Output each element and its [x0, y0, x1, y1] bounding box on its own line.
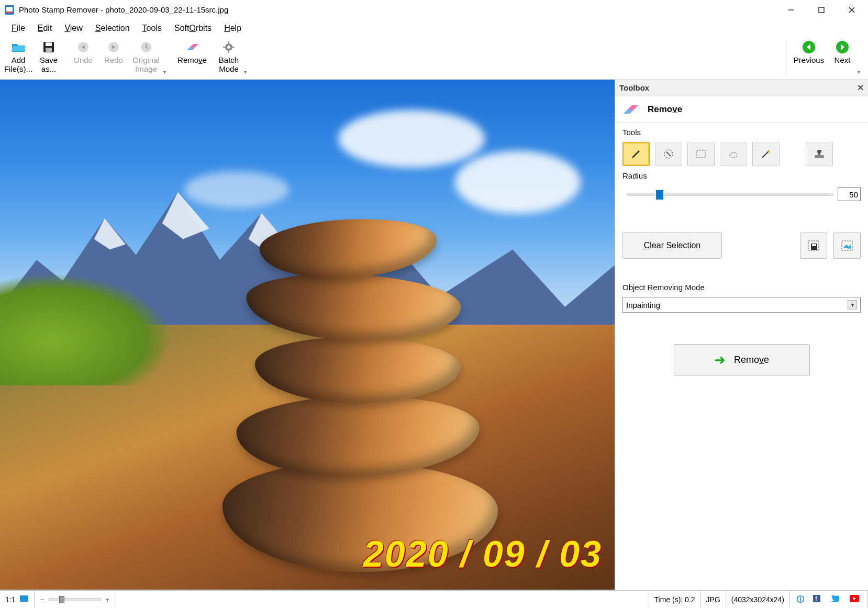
app-icon	[4, 5, 15, 15]
arrow-right-icon	[835, 40, 850, 54]
maximize-button[interactable]	[806, 0, 837, 19]
window-title: Photo Stamp Remover - photo_2020-09-03_2…	[19, 5, 776, 14]
image-canvas[interactable]: 2020 / 09 / 03	[0, 80, 615, 590]
menu-tools[interactable]: Tools	[137, 21, 167, 35]
radius-slider[interactable]	[627, 193, 833, 196]
menu-file[interactable]: File	[6, 21, 30, 35]
svg-rect-30	[20, 595, 28, 602]
toolbar-dropdown-1[interactable]: ▾	[163, 69, 171, 79]
statusbar: 1:1 − + Time (s): 0.2 JPG (4032x3024x24)…	[0, 590, 868, 608]
titlebar: Photo Stamp Remover - photo_2020-09-03_2…	[0, 0, 868, 20]
remove-label: Remove	[177, 56, 207, 64]
menu-selection[interactable]: Selection	[90, 21, 135, 35]
svg-point-14	[227, 46, 230, 49]
original-image-button[interactable]: Original Image	[129, 38, 163, 79]
svg-rect-25	[818, 153, 820, 155]
add-files-label: Add File(s)...	[3, 56, 34, 74]
svg-rect-4	[819, 7, 824, 13]
toolbox-panel: Toolbox ✕ Remove Tools Radius	[615, 80, 868, 590]
toolbox-close-icon[interactable]: ✕	[857, 83, 864, 93]
close-button[interactable]	[837, 0, 867, 19]
remove-section-header: Remove	[615, 96, 868, 123]
folder-open-icon	[11, 40, 26, 54]
toolbar: Add File(s)... Save as... Undo Redo Orig…	[0, 37, 868, 80]
undo-button[interactable]: Undo	[68, 38, 98, 79]
toolbox-title: Toolbox	[619, 83, 649, 92]
menu-softorbits[interactable]: SoftOrbits	[169, 21, 217, 35]
remove-button[interactable]: Remove	[175, 38, 209, 79]
svg-rect-17	[223, 47, 225, 48]
toolbar-dropdown-2[interactable]: ▾	[244, 69, 251, 79]
arrow-left-icon	[802, 40, 816, 54]
date-stamp-overlay: 2020 / 09 / 03	[363, 533, 602, 575]
previous-button[interactable]: Previous	[791, 38, 827, 79]
menubar: File Edit View Selection Tools SoftOrbit…	[0, 20, 868, 37]
next-button[interactable]: Next	[827, 38, 858, 79]
redo-button[interactable]: Redo	[98, 38, 129, 79]
tool-rect-select[interactable]	[687, 142, 715, 166]
next-label: Next	[834, 56, 851, 64]
batch-mode-button[interactable]: Batch Mode	[214, 38, 244, 79]
tool-magic-wand[interactable]	[752, 142, 780, 166]
radius-label: Radius	[622, 171, 861, 180]
menu-edit[interactable]: Edit	[32, 21, 58, 35]
remove-section-label: Remove	[648, 104, 682, 115]
info-icon[interactable]: ⓘ	[797, 595, 804, 604]
original-image-label: Original Image	[129, 56, 163, 74]
time-cell: Time (s): 0.2	[649, 591, 701, 608]
menu-help[interactable]: Help	[219, 21, 247, 35]
mode-label: Object Removing Mode	[622, 283, 861, 292]
load-selection-button[interactable]	[833, 233, 861, 259]
tool-clone-stamp[interactable]	[806, 142, 833, 166]
svg-rect-8	[46, 42, 52, 46]
menu-view[interactable]: View	[59, 21, 87, 35]
svg-rect-15	[228, 41, 229, 43]
dims-cell: (4032x3024x24)	[726, 591, 790, 608]
radius-input[interactable]	[838, 187, 861, 201]
tool-pencil[interactable]	[622, 142, 650, 166]
eraser-icon	[185, 40, 199, 54]
previous-label: Previous	[794, 56, 824, 64]
svg-rect-16	[228, 51, 229, 53]
facebook-icon[interactable]: f	[811, 595, 822, 604]
remove-action-label: Remove	[734, 355, 769, 366]
history-icon	[139, 40, 153, 54]
svg-text:f: f	[815, 595, 817, 602]
redo-label: Redo	[104, 56, 123, 64]
mode-dropdown[interactable]: Inpainting ▾	[622, 297, 861, 313]
twitter-icon[interactable]	[829, 595, 841, 604]
social-cell: ⓘ f	[790, 591, 868, 608]
clear-selection-button[interactable]: Clear Selection	[622, 233, 722, 259]
svg-rect-28	[812, 244, 816, 246]
tool-lasso[interactable]	[720, 142, 747, 166]
svg-rect-1	[6, 7, 13, 12]
undo-label: Undo	[74, 56, 93, 64]
remove-action-button[interactable]: ➜ Remove	[674, 344, 810, 375]
save-selection-button[interactable]	[800, 233, 827, 259]
zoom-out-button[interactable]: −	[40, 595, 44, 604]
svg-rect-2	[6, 12, 13, 13]
toolbox-header: Toolbox ✕	[615, 80, 868, 96]
svg-rect-9	[46, 48, 52, 52]
toolbar-dropdown-3[interactable]: ▾	[858, 69, 865, 79]
zoom-slider[interactable]	[49, 598, 101, 601]
save-as-label: Save as...	[34, 56, 64, 74]
arrow-right-green-icon: ➜	[714, 352, 726, 368]
save-as-button[interactable]: Save as...	[34, 38, 64, 79]
tools-label: Tools	[622, 128, 861, 137]
svg-rect-24	[815, 155, 824, 158]
save-icon	[41, 40, 56, 54]
tool-deselect-brush[interactable]	[655, 142, 682, 166]
zoom-in-button[interactable]: +	[105, 595, 109, 604]
svg-rect-18	[232, 47, 235, 48]
mode-value: Inpainting	[626, 301, 660, 309]
eraser-large-icon	[621, 103, 639, 116]
chevron-down-icon: ▾	[848, 300, 857, 309]
undo-icon	[76, 40, 91, 54]
zoom-ratio-label: 1:1	[5, 595, 15, 604]
add-files-button[interactable]: Add File(s)...	[3, 38, 34, 79]
minimize-button[interactable]	[776, 0, 806, 19]
fit-screen-icon[interactable]	[19, 595, 29, 604]
youtube-icon[interactable]	[848, 595, 861, 604]
zoom-ratio[interactable]: 1:1	[0, 591, 35, 608]
